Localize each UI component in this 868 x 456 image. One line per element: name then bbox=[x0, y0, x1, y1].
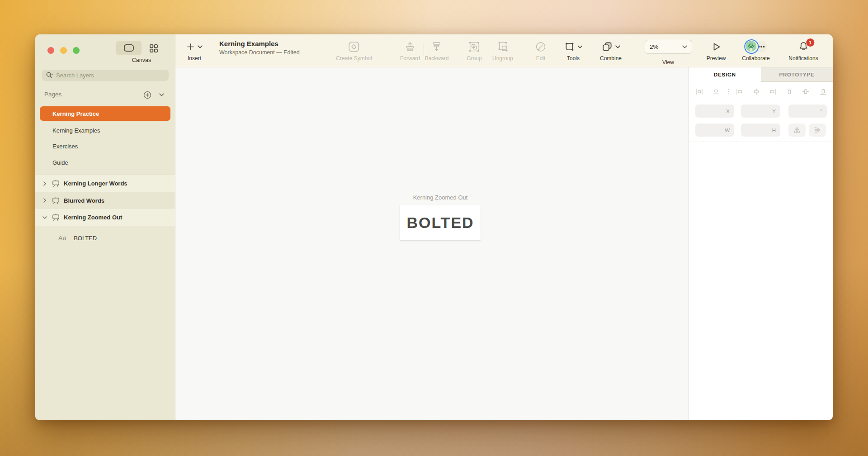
create-symbol-label: Create Symbol bbox=[336, 55, 372, 62]
width-field[interactable]: W bbox=[695, 124, 734, 137]
tab-prototype[interactable]: PROTOTYPE bbox=[761, 67, 833, 82]
sidebar-page-guide[interactable]: Guide bbox=[40, 155, 170, 170]
search-layers-field[interactable] bbox=[42, 70, 169, 81]
chevron-down-icon bbox=[682, 45, 687, 48]
page-label: Exercises bbox=[52, 143, 78, 150]
inspector-divider bbox=[689, 142, 833, 142]
collaborator-avatar[interactable] bbox=[745, 39, 759, 54]
edit-button[interactable]: Edit bbox=[535, 34, 547, 62]
sketch-window: Canvas Pages Kerning P bbox=[35, 34, 833, 420]
pages-header-label: Pages bbox=[44, 91, 61, 98]
chevron-down-icon[interactable] bbox=[42, 216, 48, 219]
notification-count-badge: 1 bbox=[806, 38, 814, 47]
artboard-icon bbox=[52, 196, 60, 205]
collapse-pages-icon[interactable] bbox=[159, 93, 164, 96]
rotation-field[interactable]: ° bbox=[788, 104, 827, 118]
zoom-level-dropdown[interactable]: 2% bbox=[645, 40, 692, 54]
combine-label: Combine bbox=[600, 55, 622, 62]
page-label: Kerning Examples bbox=[52, 127, 100, 134]
ungroup-icon bbox=[497, 41, 509, 52]
page-label: Kerning Practice bbox=[52, 110, 99, 117]
distribute-horizontally-icon[interactable] bbox=[696, 88, 703, 95]
sidebar-page-kerning-practice[interactable]: Kerning Practice bbox=[40, 106, 170, 121]
document-title: Kerning Examples bbox=[219, 40, 300, 48]
layer-label: BOLTED bbox=[74, 235, 97, 242]
move-backward-icon bbox=[431, 41, 442, 52]
notifications-button[interactable]: 1 Notifications bbox=[788, 34, 818, 62]
height-field-label: H bbox=[772, 128, 776, 133]
collaborate-button[interactable]: ••• Collaborate bbox=[742, 34, 769, 62]
canvas-toggle-label: Canvas bbox=[116, 57, 167, 63]
inspector-panel: DESIGN PROTOTYPE bbox=[689, 67, 833, 420]
chevron-down-icon bbox=[578, 45, 583, 48]
y-position-field[interactable]: Y bbox=[741, 104, 780, 118]
chevron-down-icon bbox=[615, 45, 620, 48]
group-button[interactable]: Group bbox=[467, 34, 481, 62]
combine-button[interactable]: Combine bbox=[600, 34, 622, 62]
edit-pencil-icon bbox=[535, 41, 547, 52]
artboard-row-kerning-longer-words[interactable]: Kerning Longer Words bbox=[35, 175, 175, 192]
search-input[interactable] bbox=[56, 72, 165, 79]
minimize-window-button[interactable] bbox=[60, 47, 67, 54]
chevron-right-icon[interactable] bbox=[42, 198, 48, 203]
x-field-label: X bbox=[726, 109, 730, 114]
artboard-row-kerning-zoomed-out[interactable]: Kerning Zoomed Out bbox=[35, 209, 175, 226]
close-window-button[interactable] bbox=[47, 47, 54, 54]
align-middle-vertically-icon[interactable] bbox=[802, 88, 809, 95]
grid-icon bbox=[149, 44, 158, 53]
document-title-block: Kerning Examples Workspace Document — Ed… bbox=[219, 40, 300, 56]
align-right-icon[interactable] bbox=[769, 88, 776, 95]
tools-button[interactable]: Tools bbox=[564, 34, 583, 62]
height-field[interactable]: H bbox=[741, 124, 780, 137]
chevron-right-icon[interactable] bbox=[42, 181, 48, 186]
align-left-icon[interactable] bbox=[736, 88, 743, 95]
edit-label: Edit bbox=[536, 55, 546, 62]
page-label: Guide bbox=[52, 159, 68, 166]
sidebar-page-kerning-examples[interactable]: Kerning Examples bbox=[40, 123, 170, 138]
ungroup-label: Ungroup bbox=[492, 55, 513, 62]
flip-vertical-button[interactable] bbox=[809, 124, 826, 137]
content: Kerning Zoomed Out BOLTED DESIGN PROTOTY… bbox=[175, 67, 833, 420]
combine-icon bbox=[602, 41, 613, 52]
insert-button[interactable]: Insert bbox=[186, 34, 203, 62]
create-symbol-icon bbox=[349, 41, 360, 52]
sidebar-page-exercises[interactable]: Exercises bbox=[40, 139, 170, 153]
align-top-icon[interactable] bbox=[786, 88, 793, 95]
toolbar-divider bbox=[424, 43, 424, 55]
x-position-field[interactable]: X bbox=[695, 104, 734, 118]
backward-label: Backward bbox=[425, 55, 449, 62]
create-symbol-button[interactable]: Create Symbol bbox=[336, 34, 372, 62]
ungroup-button[interactable]: Ungroup bbox=[492, 34, 513, 62]
canvas-view-button[interactable] bbox=[116, 41, 142, 55]
backward-button[interactable]: Backward bbox=[425, 34, 449, 62]
artboard-title[interactable]: Kerning Zoomed Out bbox=[400, 194, 481, 201]
align-bottom-icon[interactable] bbox=[820, 88, 827, 95]
flip-horizontal-icon bbox=[793, 127, 801, 133]
artboard-kerning-zoomed-out[interactable]: BOLTED bbox=[400, 205, 481, 240]
notifications-label: Notifications bbox=[788, 55, 818, 62]
grid-view-button[interactable] bbox=[148, 43, 160, 54]
desktop: { "titlebar": { "canvas_toggle_label": "… bbox=[0, 0, 868, 456]
add-page-button[interactable] bbox=[143, 91, 151, 99]
zoom-window-button[interactable] bbox=[73, 47, 80, 54]
group-label: Group bbox=[467, 55, 481, 62]
preview-button[interactable]: Preview bbox=[707, 34, 726, 62]
artboard-label: Kerning Zoomed Out bbox=[64, 214, 122, 221]
tab-design[interactable]: DESIGN bbox=[689, 67, 761, 82]
view-label: View bbox=[662, 59, 674, 66]
collaborate-label: Collaborate bbox=[742, 55, 769, 62]
artboard-row-blurred-words[interactable]: Blurred Words bbox=[35, 192, 175, 209]
layer-list: Kerning Longer Words Blurred Words bbox=[35, 175, 175, 246]
plus-icon bbox=[186, 43, 195, 51]
inspector-tabbar: DESIGN PROTOTYPE bbox=[689, 67, 833, 82]
flip-horizontal-button[interactable] bbox=[788, 124, 806, 137]
forward-button[interactable]: Forward bbox=[400, 34, 420, 62]
play-icon bbox=[711, 42, 722, 52]
layer-row-bolted[interactable]: Aa BOLTED bbox=[35, 230, 175, 246]
artboard-text-layer[interactable]: BOLTED bbox=[406, 214, 474, 232]
flip-vertical-icon bbox=[813, 127, 821, 133]
distribute-vertically-icon[interactable] bbox=[713, 88, 720, 95]
canvas[interactable]: Kerning Zoomed Out BOLTED bbox=[175, 67, 689, 420]
ellipsis-icon: ••• bbox=[758, 43, 765, 50]
align-center-horizontally-icon[interactable] bbox=[753, 88, 760, 95]
